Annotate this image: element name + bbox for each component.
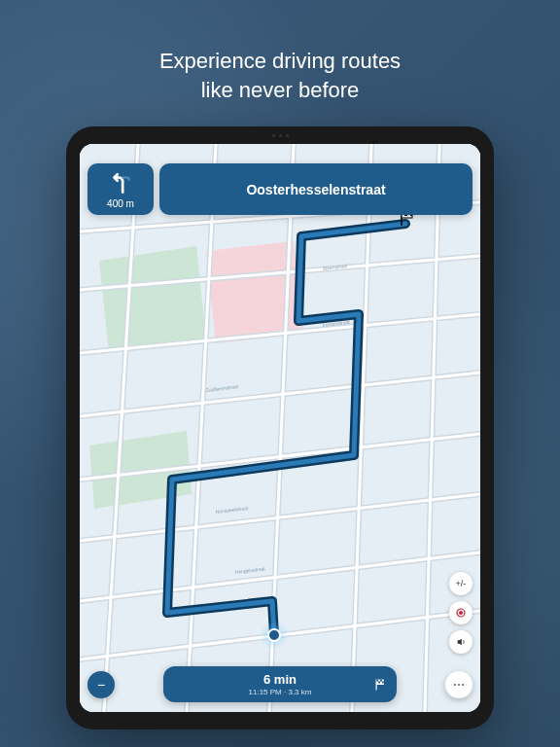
eta-details: 11:15 PM · 3.3 km [175,688,385,696]
turn-instruction-card[interactable]: 400 m [88,163,154,215]
map-controls: +/- [449,572,472,654]
turn-distance: 400 m [107,198,134,209]
svg-rect-48 [382,681,384,683]
eta-card[interactable]: 6 min 11:15 PM · 3.3 km [163,666,397,702]
checkered-flag-icon [373,678,387,692]
map-canvas[interactable]: Sleenstraat Eextenstraat Zuidlarenstraat… [80,144,480,712]
sound-button[interactable] [449,630,472,654]
navigation-header: 400 m Oosterhesselenstraat [88,163,472,215]
svg-marker-1 [99,246,206,353]
promo-headline: Experience driving routes like never bef… [0,47,560,104]
svg-rect-47 [378,681,380,683]
headline-line-2: like never before [201,78,360,102]
minimize-button[interactable]: − [88,671,115,698]
svg-point-42 [459,611,463,615]
minimize-label: − [97,677,105,693]
device-screen: Sleenstraat Eextenstraat Zuidlarenstraat… [80,144,480,712]
street-name-card[interactable]: Oosterhesselenstraat [159,163,472,215]
zoom-button[interactable]: +/- [449,572,472,595]
menu-icon: ⋯ [453,678,466,692]
record-icon [456,608,466,618]
zoom-label: +/- [456,579,467,588]
headline-line-1: Experience driving routes [159,49,401,73]
current-location-icon [260,621,289,650]
sound-icon [456,637,466,647]
menu-button[interactable]: ⋯ [445,671,472,698]
bottom-bar: − 6 min 11:15 PM · 3.3 km ⋯ [88,666,472,702]
tablet-camera [261,134,299,138]
svg-rect-46 [380,679,382,681]
record-button[interactable] [449,601,472,624]
svg-rect-45 [376,679,378,681]
turn-left-icon [108,171,133,196]
eta-duration: 6 min [175,672,385,687]
street-name: Oosterhesselenstraat [246,182,385,197]
tablet-frame: Sleenstraat Eextenstraat Zuidlarenstraat… [66,126,494,729]
